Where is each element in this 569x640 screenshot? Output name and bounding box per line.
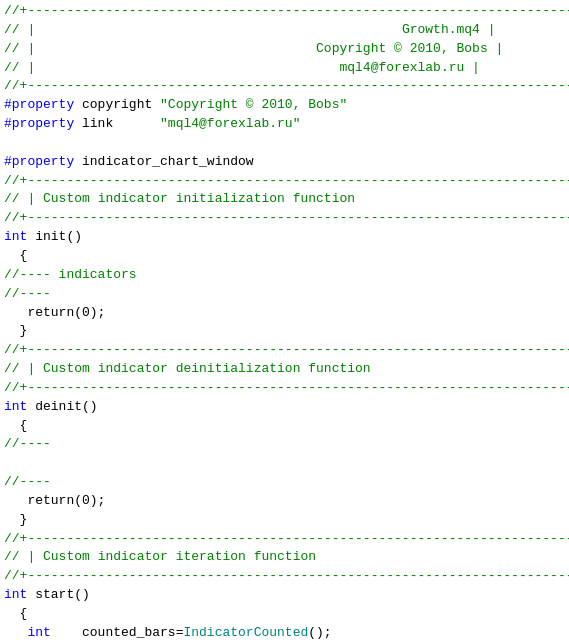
code-line: int start()	[0, 586, 569, 605]
code-line: //+-------------------------------------…	[0, 172, 569, 191]
code-line: // | mql4@forexlab.ru |	[0, 59, 569, 78]
code-token: //+	[4, 172, 27, 191]
code-line	[0, 454, 569, 473]
code-token: //----	[4, 285, 51, 304]
code-line: //+-------------------------------------…	[0, 379, 569, 398]
code-line: // | Growth.mq4 |	[0, 21, 569, 40]
code-token: Growth.mq4 |	[35, 21, 495, 40]
code-token: //+	[4, 530, 27, 549]
code-line: }	[0, 322, 569, 341]
code-token: indicator_chart_window	[74, 153, 253, 172]
code-token: // |	[4, 21, 35, 40]
code-line: //+-------------------------------------…	[0, 209, 569, 228]
code-token: //----	[4, 435, 51, 454]
code-token: //+	[4, 341, 27, 360]
code-token: ----------------------------------------…	[27, 2, 569, 21]
code-token: int	[4, 398, 27, 417]
code-line: //+-------------------------------------…	[0, 530, 569, 549]
code-token: //+	[4, 567, 27, 586]
code-line: //---- indicators	[0, 266, 569, 285]
code-token: Custom indicator initialization function…	[35, 190, 569, 209]
code-token: //+	[4, 379, 27, 398]
code-token: #property	[4, 115, 74, 134]
code-token: ----------------------------------------…	[27, 530, 569, 549]
code-line: #property link "mql4@forexlab.ru"	[0, 115, 569, 134]
code-token: ----------------------------------------…	[27, 77, 569, 96]
code-token: }	[4, 322, 27, 341]
code-editor: //+-------------------------------------…	[0, 0, 569, 640]
code-token: ----------------------------------------…	[27, 379, 569, 398]
code-token: Custom indicator deinitialization functi…	[35, 360, 569, 379]
code-line: int counted_bars=IndicatorCounted();	[0, 624, 569, 640]
code-token: // |	[4, 40, 35, 59]
code-line: {	[0, 417, 569, 436]
code-token: #property	[4, 153, 74, 172]
code-line: #property copyright "Copyright © 2010, B…	[0, 96, 569, 115]
code-line: return(0);	[0, 304, 569, 323]
code-line: // | Custom indicator initialization fun…	[0, 190, 569, 209]
code-token: mql4@forexlab.ru |	[35, 59, 480, 78]
code-token: ----------------------------------------…	[27, 209, 569, 228]
code-token: init()	[27, 228, 82, 247]
code-line: return(0);	[0, 492, 569, 511]
code-line: //+-------------------------------------…	[0, 567, 569, 586]
code-token: "mql4@forexlab.ru"	[160, 115, 300, 134]
code-line: //----	[0, 435, 569, 454]
code-token: "Copyright © 2010, Bobs"	[160, 96, 347, 115]
code-line: // | Custom indicator deinitialization f…	[0, 360, 569, 379]
code-token: // |	[4, 190, 35, 209]
code-token: //+	[4, 209, 27, 228]
code-token: counted_bars=	[51, 624, 184, 640]
code-token: {	[4, 247, 27, 266]
code-token: Custom indicator iteration function |	[35, 548, 569, 567]
code-token: //---- indicators	[4, 266, 137, 285]
code-token: // |	[4, 360, 35, 379]
code-token: int	[4, 586, 27, 605]
code-line: //+-------------------------------------…	[0, 2, 569, 21]
code-token: int	[27, 624, 50, 640]
code-token: //+	[4, 77, 27, 96]
code-token: // |	[4, 59, 35, 78]
code-line: int init()	[0, 228, 569, 247]
code-token: link	[74, 115, 160, 134]
code-token: //+	[4, 2, 27, 21]
code-token: Copyright © 2010, Bobs |	[35, 40, 503, 59]
code-token: //----	[4, 473, 51, 492]
code-line: }	[0, 511, 569, 530]
code-token: ----------------------------------------…	[27, 172, 569, 191]
code-line: {	[0, 247, 569, 266]
code-token: #property	[4, 96, 74, 115]
code-token: int	[4, 228, 27, 247]
code-token	[4, 624, 27, 640]
code-line: // | Copyright © 2010, Bobs |	[0, 40, 569, 59]
code-token: start()	[27, 586, 89, 605]
code-token: return(0);	[4, 492, 105, 511]
code-line: //+-------------------------------------…	[0, 341, 569, 360]
code-token: }	[4, 511, 27, 530]
code-token: ();	[308, 624, 331, 640]
code-token: {	[4, 417, 27, 436]
code-line: #property indicator_chart_window	[0, 153, 569, 172]
code-line: //----	[0, 285, 569, 304]
code-token: // |	[4, 548, 35, 567]
code-token: ----------------------------------------…	[27, 567, 569, 586]
code-line	[0, 134, 569, 153]
code-token: copyright	[74, 96, 160, 115]
code-line: // | Custom indicator iteration function…	[0, 548, 569, 567]
code-token: ----------------------------------------…	[27, 341, 569, 360]
code-line: //+-------------------------------------…	[0, 77, 569, 96]
code-token: IndicatorCounted	[183, 624, 308, 640]
code-line: //----	[0, 473, 569, 492]
code-line: int deinit()	[0, 398, 569, 417]
code-line: {	[0, 605, 569, 624]
code-token: return(0);	[4, 304, 105, 323]
code-token: {	[4, 605, 27, 624]
code-token: deinit()	[27, 398, 97, 417]
